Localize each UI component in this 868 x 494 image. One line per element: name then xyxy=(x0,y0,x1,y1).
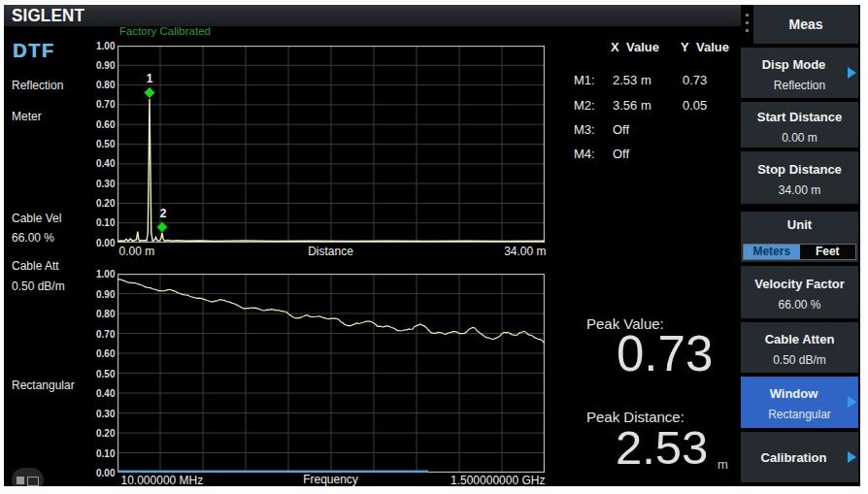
svg-text:1: 1 xyxy=(146,72,152,85)
svg-text:2: 2 xyxy=(159,207,166,220)
